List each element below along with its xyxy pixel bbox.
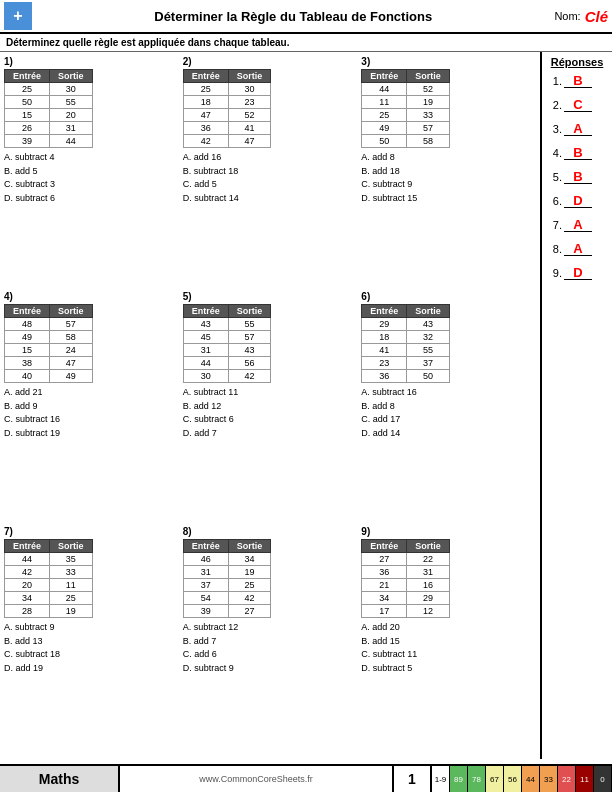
exit-val: 30 [228, 83, 271, 96]
score-box: 0 [594, 766, 612, 792]
entry-val: 44 [362, 83, 407, 96]
problem-7: 7)EntréeSortie44354233201134252819A. sub… [4, 526, 179, 755]
table-row: 4857 [5, 318, 93, 331]
answer-value: B [564, 74, 592, 88]
exit-val: 19 [407, 96, 450, 109]
choice-item: C. add 17 [361, 413, 417, 427]
table-row: 3143 [183, 344, 271, 357]
col-sortie: Sortie [407, 540, 450, 553]
table-row: 2116 [362, 579, 450, 592]
col-entree: Entrée [183, 540, 228, 553]
exit-val: 55 [50, 96, 93, 109]
table-row: 2011 [5, 579, 93, 592]
problem-label-3: 3) [361, 56, 370, 67]
answer-item: 7.A [546, 218, 608, 232]
table-row: 4435 [5, 553, 93, 566]
table-row: 3425 [5, 592, 93, 605]
table-row: 4049 [5, 370, 93, 383]
choice-item: D. subtract 9 [183, 662, 239, 676]
table-row: 4247 [183, 135, 271, 148]
problem-label-8: 8) [183, 526, 192, 537]
choice-item: C. subtract 11 [361, 648, 417, 662]
problem-label-9: 9) [361, 526, 370, 537]
entry-val: 17 [362, 605, 407, 618]
problem-6: 6)EntréeSortie29431832415523373650A. sub… [361, 291, 536, 520]
table-row: 4752 [183, 109, 271, 122]
choice-item: C. subtract 16 [4, 413, 60, 427]
table-row: 4634 [183, 553, 271, 566]
exit-val: 35 [50, 553, 93, 566]
choice-item: B. add 18 [361, 165, 417, 179]
table-row: 3927 [183, 605, 271, 618]
exit-val: 11 [50, 579, 93, 592]
choice-item: D. subtract 14 [183, 192, 239, 206]
choice-item: D. add 19 [4, 662, 60, 676]
exit-val: 34 [228, 553, 271, 566]
choice-item: B. add 9 [4, 400, 60, 414]
answer-item: 4.B [546, 146, 608, 160]
problem-label-1: 1) [4, 56, 13, 67]
exit-val: 44 [50, 135, 93, 148]
choices-7: A. subtract 9B. add 13C. subtract 18D. a… [4, 621, 60, 675]
answer-num: 2. [546, 99, 562, 111]
exit-val: 19 [50, 605, 93, 618]
entry-val: 45 [183, 331, 228, 344]
entry-val: 47 [183, 109, 228, 122]
answer-value: A [564, 122, 592, 136]
entry-val: 40 [5, 370, 50, 383]
exit-val: 33 [407, 109, 450, 122]
entry-val: 46 [183, 553, 228, 566]
table-row: 1832 [362, 331, 450, 344]
table-row: 2943 [362, 318, 450, 331]
answer-item: 9.D [546, 266, 608, 280]
choice-item: A. subtract 12 [183, 621, 239, 635]
exit-val: 41 [228, 122, 271, 135]
choice-item: D. subtract 19 [4, 427, 60, 441]
main-area: 1)EntréeSortie25305055152026313944A. sub… [0, 52, 612, 759]
choice-item: B. subtract 18 [183, 165, 239, 179]
exit-val: 55 [407, 344, 450, 357]
table-6: EntréeSortie29431832415523373650 [361, 304, 450, 383]
choices-8: A. subtract 12B. add 7C. add 6D. subtrac… [183, 621, 239, 675]
answer-item: 3.A [546, 122, 608, 136]
table-row: 3042 [183, 370, 271, 383]
table-row: 2819 [5, 605, 93, 618]
exit-val: 56 [228, 357, 271, 370]
table-row: 3725 [183, 579, 271, 592]
problems-area: 1)EntréeSortie25305055152026313944A. sub… [0, 52, 540, 759]
col-sortie: Sortie [50, 540, 93, 553]
col-entree: Entrée [362, 305, 407, 318]
entry-val: 39 [183, 605, 228, 618]
answer-num: 8. [546, 243, 562, 255]
exit-val: 23 [228, 96, 271, 109]
table-row: 2530 [183, 83, 271, 96]
choice-item: A. subtract 11 [183, 386, 239, 400]
choice-item: D. add 14 [361, 427, 417, 441]
exit-val: 58 [407, 135, 450, 148]
entry-val: 18 [183, 96, 228, 109]
choice-item: B. add 8 [361, 400, 417, 414]
entry-val: 25 [183, 83, 228, 96]
problem-4: 4)EntréeSortie48574958152438474049A. add… [4, 291, 179, 520]
table-row: 3847 [5, 357, 93, 370]
answer-value: D [564, 266, 592, 280]
entry-val: 37 [183, 579, 228, 592]
entry-val: 18 [362, 331, 407, 344]
choice-item: B. add 15 [361, 635, 417, 649]
answer-value: A [564, 242, 592, 256]
entry-val: 42 [183, 135, 228, 148]
answer-value: B [564, 146, 592, 160]
exit-val: 24 [50, 344, 93, 357]
table-row: 2722 [362, 553, 450, 566]
exit-val: 31 [50, 122, 93, 135]
table-row: 4456 [183, 357, 271, 370]
exit-val: 25 [50, 592, 93, 605]
score-boxes: 1-989786756443322110 [432, 766, 612, 792]
exit-val: 57 [407, 122, 450, 135]
answer-value: A [564, 218, 592, 232]
table-row: 2530 [5, 83, 93, 96]
problem-label-5: 5) [183, 291, 192, 302]
table-row: 1712 [362, 605, 450, 618]
entry-val: 48 [5, 318, 50, 331]
score-box: 22 [558, 766, 576, 792]
